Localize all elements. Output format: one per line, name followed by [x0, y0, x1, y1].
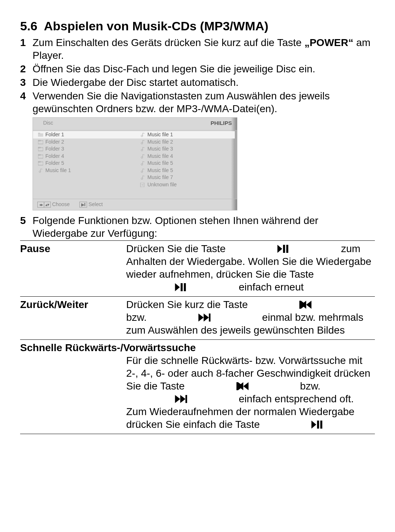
steps-list: Zum Einschalten des Geräts drücken Sie k… — [20, 36, 375, 115]
player-screenshot: Disc PHILIPS Folder 1Folder 2Folder 3Fol… — [33, 117, 237, 210]
ui-scrollbar — [235, 130, 237, 199]
select-key-icon: ▶ll — [79, 202, 87, 208]
music-icon — [140, 161, 145, 166]
list-item: Music file 3 — [135, 145, 237, 153]
step-4: Verwenden Sie die Navigationstasten zum … — [20, 90, 375, 115]
list-item: Folder 5 — [33, 160, 135, 167]
list-item: Music file 4 — [135, 153, 237, 160]
list-item: Folder 3 — [33, 145, 135, 153]
fn-search-desc: Für die schnelle Rückwärts- bzw. Vorwärt… — [126, 354, 375, 434]
section-heading: 5.6 Abspielen von Musik-CDs (MP3/WMA) — [20, 18, 375, 34]
list-item: Unknown file — [135, 181, 237, 189]
fn-pause-term: Pause — [20, 240, 126, 296]
music-icon — [140, 140, 145, 144]
music-icon — [140, 168, 145, 173]
list-item: Folder 1 — [33, 131, 135, 138]
ui-disc-label: Disc — [43, 120, 53, 126]
next-icon — [126, 395, 236, 403]
functions-table: Pause Drücken Sie die Taste zum Anhalten… — [20, 240, 375, 434]
play-pause-icon — [229, 245, 338, 253]
fn-prevnext-term: Zurück/Weiter — [20, 296, 126, 339]
play-pause-icon — [263, 421, 372, 429]
fn-search-term: Schnelle Rückwärts-/Vorwärtssuche — [20, 339, 375, 354]
folder-icon — [38, 154, 43, 159]
prev-icon — [251, 301, 360, 309]
step-1: Zum Einschalten des Geräts drücken Sie k… — [20, 36, 375, 62]
step-3: Die Wiedergabe der Disc startet automati… — [20, 76, 375, 89]
step-5: Folgende Funktionen bzw. Optionen stehen… — [20, 214, 375, 240]
prev-icon — [188, 382, 297, 390]
music-icon — [140, 154, 145, 159]
folder-open-icon — [38, 133, 43, 137]
list-item: Music file 5 — [135, 160, 237, 167]
list-item: Music file 5 — [135, 167, 237, 174]
step-2: Öffnen Sie das Disc-Fach und legen Sie d… — [20, 62, 375, 75]
play-pause-icon — [126, 283, 236, 291]
folder-icon — [38, 147, 43, 151]
steps-list-2: Folgende Funktionen bzw. Optionen stehen… — [20, 214, 375, 240]
list-item: Folder 4 — [33, 153, 135, 160]
list-item: Music file 1 — [135, 131, 237, 138]
music-icon — [140, 175, 145, 180]
fn-pause-desc: Drücken Sie die Taste zum Anhalten der W… — [126, 240, 375, 296]
ui-brand: PHILIPS — [211, 120, 232, 127]
ui-file-column: Music file 1Music file 2Music file 3Musi… — [135, 130, 237, 199]
folder-icon — [38, 161, 43, 166]
ui-folder-column: Folder 1Folder 2Folder 3Folder 4Folder 5… — [33, 130, 135, 199]
fn-prevnext-desc: Drücken Sie kurz die Taste bzw. einmal b… — [126, 296, 375, 339]
select-label: Select — [89, 201, 103, 207]
next-icon — [150, 314, 259, 322]
list-item: Music file 2 — [135, 138, 237, 146]
folder-icon — [38, 140, 43, 144]
music-icon — [140, 147, 145, 151]
unknown-icon — [140, 183, 145, 187]
list-item: Music file 1 — [33, 167, 135, 174]
nav-key-icon: ◂▸│▴▾ — [37, 202, 51, 208]
section-number: 5.6 — [20, 19, 37, 33]
list-item: Folder 2 — [33, 138, 135, 146]
list-item: Music file 7 — [135, 174, 237, 181]
section-title: Abspielen von Musik-CDs (MP3/WMA) — [44, 19, 268, 33]
music-icon — [140, 133, 145, 137]
music-icon — [38, 168, 43, 173]
choose-label: Choose — [52, 201, 69, 207]
